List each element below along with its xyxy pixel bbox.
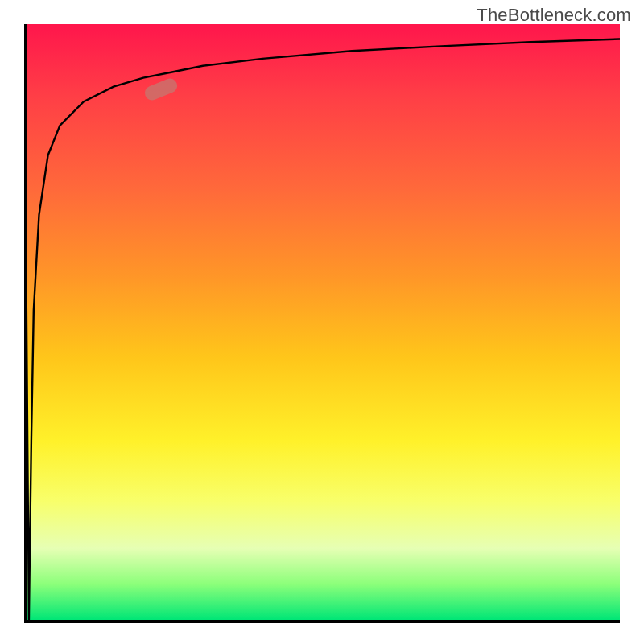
y-axis	[24, 24, 27, 620]
bottleneck-curve	[24, 24, 620, 620]
x-axis	[24, 620, 620, 623]
curve-path	[24, 24, 620, 620]
attribution-text: TheBottleneck.com	[477, 5, 631, 26]
chart-stage: TheBottleneck.com	[0, 0, 644, 644]
